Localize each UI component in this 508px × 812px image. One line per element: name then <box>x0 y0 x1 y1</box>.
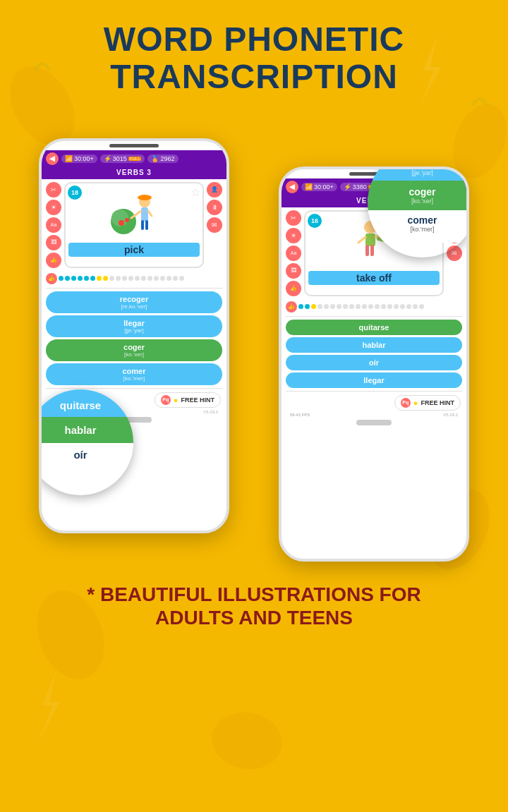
status-bar-left: ◀ 📶 30:00+ ⚡ 3015 FULL 🏅 2962 <box>42 150 226 167</box>
phone-right: ◀ 📶 30:00+ ⚡ 3380 FULL 🏅 2702 VERBS <box>279 166 469 562</box>
dot-17 <box>160 276 165 281</box>
bubble-left-item-2: hablar <box>39 417 133 443</box>
svg-rect-14 <box>141 207 148 222</box>
sun-icon-btn[interactable]: ☀ <box>46 200 61 215</box>
version-left: V5.29.2 <box>199 410 222 414</box>
bubble-right-item-2: coger [ko.'xer] <box>368 181 469 210</box>
medal-icon-left: 🏅 <box>151 155 159 162</box>
score-item-left: ⚡ 3015 FULL <box>100 154 145 163</box>
flash-card-left: 18 ☆ <box>64 182 204 268</box>
thumb-progress-left[interactable]: 👍 <box>46 273 57 284</box>
card-word-left: pick <box>68 243 200 257</box>
dot-9 <box>109 276 114 281</box>
version-right: V5.29.2 <box>439 413 462 417</box>
home-button-right[interactable] <box>356 420 392 425</box>
scissors-icon-btn-r[interactable]: ✂ <box>286 210 301 226</box>
pause-icon-btn[interactable]: ⏸ <box>207 200 222 215</box>
card-area-left: ✂ ☀ Aa 🖼 👍 18 ☆ <box>42 179 226 271</box>
card-number-left: 18 <box>68 186 82 200</box>
wifi-icon-right: 📶 <box>305 183 313 190</box>
hint-button-right[interactable]: Pq ● FREE HINT <box>394 395 461 411</box>
sun-icon-btn-r[interactable]: ☀ <box>286 228 301 243</box>
back-button-right[interactable]: ◀ <box>286 181 298 193</box>
svg-line-24 <box>358 237 365 243</box>
rdot-17 <box>400 304 405 309</box>
thumb-icon-btn-r[interactable]: 👍 <box>286 281 301 296</box>
rdot-14 <box>381 304 386 309</box>
page-title-section: WORD PHONETIC TRANSCRIPTION <box>0 0 508 103</box>
phone-speaker-left <box>109 144 159 147</box>
dot-1 <box>59 276 64 281</box>
bottom-line-1: * BEAUTIFUL ILLUSTRATIONS FOR <box>14 583 494 607</box>
dot-2 <box>65 276 70 281</box>
answer-options-right[interactable]: quitarse hablar oír llegar <box>282 318 466 389</box>
font-icon-btn[interactable]: Aa <box>46 217 61 233</box>
hint-row-right: Pq ● FREE HINT <box>282 393 466 413</box>
svg-point-10 <box>125 218 129 222</box>
divider-left-2 <box>46 388 222 389</box>
svg-point-9 <box>119 220 124 226</box>
scissors-icon-btn[interactable]: ✂ <box>46 182 61 198</box>
svg-marker-6 <box>39 670 60 741</box>
envelope-icon-btn[interactable]: ✉ <box>207 217 222 233</box>
dot-4 <box>78 276 83 281</box>
answer-3-right[interactable]: oír <box>286 355 462 370</box>
answer-4-left[interactable]: comer [ko.'mer] <box>46 363 222 385</box>
svg-rect-15 <box>141 220 144 230</box>
rdot-20 <box>419 304 424 309</box>
answer-2-left[interactable]: llegar [jje.'yar] <box>46 315 222 337</box>
dot-8 <box>103 276 108 281</box>
answer-options-left[interactable]: recoger [re.ko.'xer] llegar [jje.'yar] c… <box>42 290 226 387</box>
divider-right <box>286 316 462 317</box>
rdot-1 <box>298 304 303 309</box>
rdot-2 <box>305 304 310 309</box>
hint-icon-right: Pq <box>401 398 411 408</box>
dot-6 <box>90 276 95 281</box>
progress-dots-right: 👍 <box>282 299 466 315</box>
rdot-4 <box>318 304 322 309</box>
image-icon-btn[interactable]: 🖼 <box>46 235 61 250</box>
thumb-icon-btn[interactable]: 👍 <box>46 253 61 268</box>
bubble-left-item-1: quitarse <box>39 389 133 417</box>
answer-3-left[interactable]: coger [ko.'xer] <box>46 339 222 361</box>
bubble-left: quitarse hablar oír <box>39 389 147 495</box>
answer-1-left[interactable]: recoger [re.ko.'xer] <box>46 291 222 313</box>
font-icon-btn-r[interactable]: Aa <box>286 246 301 261</box>
bubble-right-item-1: llegar [jje.'yar] <box>368 166 469 181</box>
dot-16 <box>154 276 159 281</box>
dot-10 <box>116 276 121 281</box>
bubble-right: llegar [jje.'yar] coger [ko.'xer] comer … <box>368 166 469 257</box>
rdot-15 <box>387 304 392 309</box>
answer-4-right[interactable]: llegar <box>286 372 462 388</box>
divider-right-2 <box>286 391 462 392</box>
divider-left <box>46 288 222 289</box>
progress-dots-left: 👍 <box>42 271 226 286</box>
dot-13 <box>135 276 140 281</box>
image-icon-btn-r[interactable]: 🖼 <box>286 263 301 279</box>
rdot-5 <box>324 304 329 309</box>
dot-14 <box>141 276 146 281</box>
rdot-16 <box>394 304 399 309</box>
card-star-left[interactable]: ☆ <box>190 186 200 199</box>
back-button-left[interactable]: ◀ <box>46 152 59 165</box>
answer-1-right[interactable]: quitarse <box>286 320 462 335</box>
coins-item-left: 🏅 2962 <box>147 154 178 163</box>
dot-15 <box>147 276 152 281</box>
answer-2-right[interactable]: hablar <box>286 337 462 353</box>
dot-20 <box>179 276 184 281</box>
phone-left: ◀ 📶 30:00+ ⚡ 3015 FULL 🏅 2962 VERBS <box>39 138 229 533</box>
bubble-right-item-3: comer [ko.'mer] <box>368 210 469 243</box>
card-left-icons: ✂ ☀ Aa 🖼 👍 <box>46 182 61 268</box>
thumb-progress-right[interactable]: 👍 <box>286 301 297 313</box>
fps-right: 59.42 FPS <box>286 413 314 417</box>
hint-coin-right: ● <box>413 399 418 407</box>
lightning-icon-left: ⚡ <box>104 155 111 162</box>
phone-icon-btn[interactable]: 👤 <box>207 182 222 198</box>
bottom-text-section: * BEAUTIFUL ILLUSTRATIONS FOR ADULTS AND… <box>0 569 508 651</box>
hint-button-left[interactable]: Pq ● FREE HINT <box>155 392 221 408</box>
rdot-6 <box>330 304 335 309</box>
card-left-icons-right: ✂ ☀ Aa 🖼 👍 <box>286 210 301 296</box>
dot-5 <box>84 276 89 281</box>
rdot-3 <box>311 304 316 309</box>
rdot-10 <box>356 304 361 309</box>
